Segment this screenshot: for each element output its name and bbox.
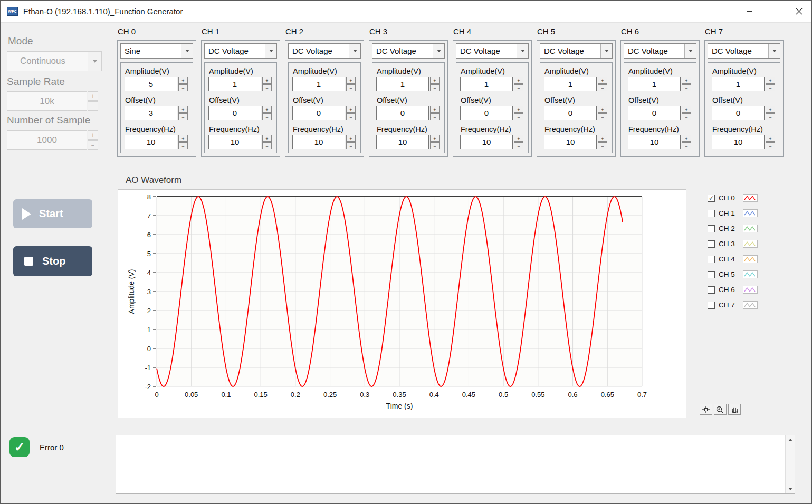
increment-button[interactable]: + [682, 77, 691, 84]
increment-button[interactable]: + [430, 77, 440, 84]
channel-visibility-checkbox[interactable]: ✓ [708, 225, 715, 232]
channel-visibility-checkbox[interactable]: ✓ [708, 302, 715, 309]
offset-input[interactable]: 0 [460, 106, 513, 120]
decrement-button[interactable]: − [88, 140, 98, 150]
channel-visibility-checkbox[interactable]: ✓ [708, 210, 715, 217]
waveform-type-select[interactable]: DC Voltage [456, 43, 529, 59]
decrement-button[interactable]: − [598, 113, 607, 120]
waveform-color-icon[interactable] [743, 270, 758, 278]
frequency-input[interactable]: 10 [376, 135, 429, 149]
number-of-samples-input[interactable]: 1000 [7, 130, 87, 150]
increment-button[interactable]: + [514, 106, 523, 113]
increment-button[interactable]: + [178, 77, 188, 84]
minimize-button[interactable] [737, 1, 762, 22]
waveform-type-select[interactable]: DC Voltage [624, 43, 696, 59]
decrement-button[interactable]: − [346, 113, 356, 120]
waveform-color-icon[interactable] [743, 194, 758, 202]
offset-input[interactable]: 0 [376, 106, 429, 120]
decrement-button[interactable]: − [262, 84, 272, 91]
decrement-button[interactable]: − [346, 84, 356, 91]
offset-input[interactable]: 0 [628, 106, 681, 120]
decrement-button[interactable]: − [682, 142, 691, 149]
waveform-color-icon[interactable] [743, 225, 758, 232]
waveform-color-icon[interactable] [743, 240, 758, 248]
waveform-type-select[interactable]: DC Voltage [708, 43, 780, 59]
pan-tool-button[interactable] [728, 404, 741, 415]
increment-button[interactable]: + [766, 135, 775, 142]
waveform-color-icon[interactable] [743, 255, 758, 263]
stop-button[interactable]: Stop [13, 246, 92, 276]
frequency-input[interactable]: 10 [292, 135, 345, 149]
increment-button[interactable]: + [262, 135, 272, 142]
waveform-color-icon[interactable] [743, 209, 758, 217]
channel-visibility-checkbox[interactable]: ✓ [708, 271, 715, 278]
increment-button[interactable]: + [682, 106, 691, 113]
increment-button[interactable]: + [430, 135, 440, 142]
amplitude-input[interactable]: 1 [460, 77, 513, 91]
amplitude-input[interactable]: 1 [292, 77, 345, 91]
error-status-checkbox[interactable]: ✓ [9, 437, 30, 457]
decrement-button[interactable]: − [178, 113, 188, 120]
amplitude-input[interactable]: 1 [376, 77, 429, 91]
decrement-button[interactable]: − [598, 84, 607, 91]
decrement-button[interactable]: − [682, 84, 691, 91]
error-message-box[interactable] [116, 435, 795, 494]
frequency-input[interactable]: 10 [208, 135, 261, 149]
increment-button[interactable]: + [514, 77, 523, 84]
frequency-input[interactable]: 10 [712, 135, 765, 149]
decrement-button[interactable]: − [766, 142, 775, 149]
increment-button[interactable]: + [682, 135, 691, 142]
increment-button[interactable]: + [514, 135, 523, 142]
offset-input[interactable]: 3 [125, 106, 177, 120]
increment-button[interactable]: + [346, 135, 356, 142]
decrement-button[interactable]: − [766, 84, 775, 91]
increment-button[interactable]: + [262, 106, 272, 113]
increment-button[interactable]: + [346, 77, 356, 84]
scroll-down-button[interactable] [786, 484, 795, 493]
decrement-button[interactable]: − [766, 113, 775, 120]
channel-visibility-checkbox[interactable]: ✓ [708, 195, 715, 202]
waveform-type-select[interactable]: DC Voltage [372, 43, 445, 59]
amplitude-input[interactable]: 1 [628, 77, 681, 91]
frequency-input[interactable]: 10 [460, 135, 513, 149]
zoom-tool-button[interactable] [714, 404, 727, 415]
decrement-button[interactable]: − [430, 142, 440, 149]
increment-button[interactable]: + [88, 130, 98, 140]
channel-visibility-checkbox[interactable]: ✓ [708, 286, 715, 294]
amplitude-input[interactable]: 5 [125, 77, 177, 91]
increment-button[interactable]: + [178, 106, 188, 113]
offset-input[interactable]: 0 [208, 106, 261, 120]
decrement-button[interactable]: − [514, 142, 523, 149]
sample-rate-input[interactable]: 10k [7, 91, 87, 111]
decrement-button[interactable]: − [430, 84, 440, 91]
cursor-tool-button[interactable] [700, 404, 712, 415]
channel-visibility-checkbox[interactable]: ✓ [708, 240, 715, 248]
waveform-type-select[interactable]: DC Voltage [540, 43, 613, 59]
offset-input[interactable]: 0 [544, 106, 597, 120]
decrement-button[interactable]: − [514, 84, 523, 91]
scroll-up-button[interactable] [786, 435, 795, 444]
increment-button[interactable]: + [766, 77, 775, 84]
decrement-button[interactable]: − [262, 113, 272, 120]
close-button[interactable] [787, 1, 811, 22]
increment-button[interactable]: + [598, 135, 607, 142]
amplitude-input[interactable]: 1 [208, 77, 261, 91]
channel-visibility-checkbox[interactable]: ✓ [708, 256, 715, 263]
decrement-button[interactable]: − [430, 113, 440, 120]
increment-button[interactable]: + [346, 106, 356, 113]
decrement-button[interactable]: − [598, 142, 607, 149]
decrement-button[interactable]: − [178, 142, 188, 149]
decrement-button[interactable]: − [88, 101, 98, 111]
decrement-button[interactable]: − [346, 142, 356, 149]
offset-input[interactable]: 0 [292, 106, 345, 120]
decrement-button[interactable]: − [262, 142, 272, 149]
mode-select[interactable]: Continuous [7, 51, 102, 71]
increment-button[interactable]: + [262, 77, 272, 84]
increment-button[interactable]: + [88, 91, 98, 101]
decrement-button[interactable]: − [514, 113, 523, 120]
decrement-button[interactable]: − [178, 84, 188, 91]
start-button[interactable]: Start [13, 199, 92, 228]
increment-button[interactable]: + [766, 106, 775, 113]
increment-button[interactable]: + [598, 106, 607, 113]
waveform-type-select[interactable]: Sine [120, 43, 193, 59]
